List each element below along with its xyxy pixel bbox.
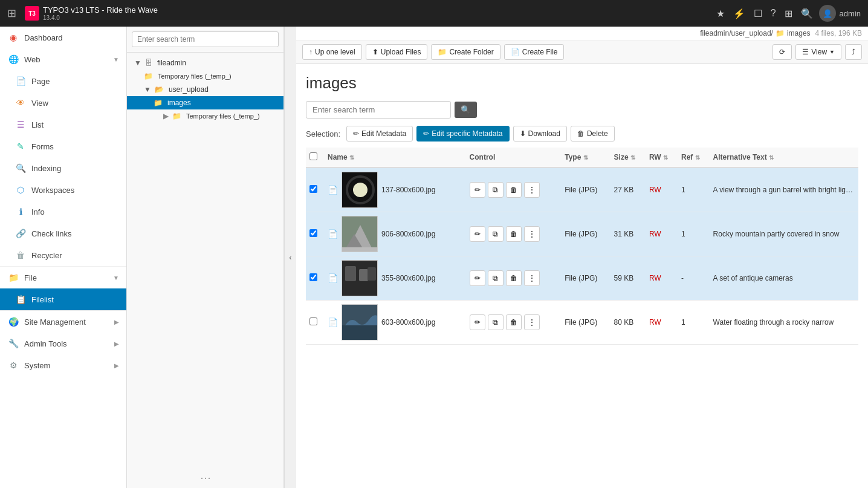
edit-button[interactable]: ✏: [470, 226, 485, 242]
sidebar-item-page[interactable]: 📄 Page: [0, 70, 126, 92]
edit-button[interactable]: ✏: [470, 270, 485, 286]
folder-icon-temp2: 📁: [172, 112, 181, 120]
row-size-cell: 59 KB: [611, 256, 646, 301]
col-alt[interactable]: Alternative Text ⇅: [710, 148, 858, 168]
copy-button[interactable]: ⧉: [488, 270, 504, 286]
grid-icon[interactable]: ⊞: [7, 7, 16, 20]
row-control-cell: ✏ ⧉ 🗑 ⋮: [466, 301, 562, 345]
refresh-button[interactable]: ⟳: [772, 44, 792, 60]
tree-item-temp[interactable]: 📁 Temporary files (_temp_): [127, 70, 283, 83]
sidebar-item-info[interactable]: ℹ Info: [0, 201, 126, 223]
folder-icon-upload: 📂: [155, 85, 164, 94]
upload-icon: ⬆: [372, 48, 378, 56]
view-button[interactable]: ☰ View ▼: [795, 44, 841, 60]
tree-item-user-upload[interactable]: ▼ 📂 user_upload: [127, 83, 283, 96]
delete-row-button[interactable]: 🗑: [506, 182, 522, 198]
col-ref[interactable]: Ref ⇅: [678, 148, 710, 168]
file-table: Name ⇅ Control Type ⇅ Size ⇅: [306, 148, 858, 345]
file-type-icon: 📄: [328, 273, 338, 283]
file-name: 355-800x600.jpg: [381, 274, 435, 282]
main-layout: ◉ Dashboard 🌐 Web ▼ 📄 Page 👁 View ☰ List…: [0, 27, 868, 488]
edit-specific-metadata-button[interactable]: ✏ Edit specific Metadata: [416, 126, 509, 142]
download-button[interactable]: ⬇ Download: [513, 126, 567, 142]
delete-icon: 🗑: [577, 129, 585, 138]
sidebar-item-dashboard[interactable]: ◉ Dashboard: [0, 27, 126, 48]
row-ref-cell: 1: [678, 168, 710, 212]
col-rw[interactable]: RW ⇅: [646, 148, 678, 168]
create-file-button[interactable]: 📄 Create File: [504, 44, 565, 60]
sidebar-item-view[interactable]: 👁 View: [0, 92, 126, 114]
more-button[interactable]: ⋮: [524, 226, 540, 242]
edit-button[interactable]: ✏: [470, 182, 485, 198]
sidebar-item-file[interactable]: 📁 File ▼: [0, 267, 126, 288]
row-file-cell: 📄 137-800x600.jpg: [324, 168, 466, 212]
tree-item-images[interactable]: 📁 images: [127, 96, 283, 109]
sidebar-item-recycler[interactable]: 🗑 Recycler: [0, 244, 126, 266]
inbox-icon[interactable]: ☐: [754, 8, 762, 19]
info-icon: ℹ: [15, 206, 27, 218]
row-size-cell: 80 KB: [611, 301, 646, 345]
row-checkbox[interactable]: [309, 273, 317, 281]
delete-row-button[interactable]: 🗑: [506, 314, 522, 330]
web-expand-icon: ▼: [113, 56, 119, 63]
dashboard-icon: ◉: [7, 31, 19, 44]
row-checkbox[interactable]: [309, 229, 317, 237]
more-button[interactable]: ⋮: [524, 182, 540, 198]
file-type-icon: 📄: [328, 185, 338, 195]
sidebar-item-forms[interactable]: ✎ Forms: [0, 135, 126, 157]
delete-row-button[interactable]: 🗑: [506, 226, 522, 242]
search-input[interactable]: [306, 101, 451, 119]
row-checkbox[interactable]: [309, 317, 317, 325]
expand-icon-temp2: ▶: [163, 112, 169, 120]
copy-button[interactable]: ⧉: [488, 314, 504, 330]
sitemanagement-icon: 🌍: [7, 316, 19, 328]
sidebar-item-checklinks[interactable]: 🔗 Check links: [0, 223, 126, 244]
help-icon[interactable]: ?: [771, 8, 776, 19]
sidebar-item-indexing[interactable]: 🔍 Indexing: [0, 157, 126, 179]
sidebar-item-system[interactable]: ⚙ System ▶: [0, 354, 126, 376]
col-type[interactable]: Type ⇅: [561, 148, 610, 168]
row-checkbox[interactable]: [309, 185, 317, 193]
share-button[interactable]: ⤴: [845, 44, 862, 60]
sidebar-item-filelist[interactable]: 📋 Filelist: [0, 288, 126, 310]
create-folder-button[interactable]: 📁 Create Folder: [431, 44, 500, 60]
folder-icon: 🗄: [145, 59, 152, 67]
table-row: 📄 906-800x600.jpg ✏ ⧉ 🗑 ⋮ File (JPG) 31 …: [306, 212, 858, 256]
tree-more-options[interactable]: ⋯: [127, 467, 283, 488]
row-alt-cell: A view through a gun barrel with bright …: [710, 168, 858, 212]
file-tree-collapse-btn[interactable]: ‹: [284, 27, 296, 488]
more-button[interactable]: ⋮: [524, 270, 540, 286]
col-size[interactable]: Size ⇅: [611, 148, 646, 168]
col-name[interactable]: Name ⇅: [324, 148, 466, 168]
up-one-level-button[interactable]: ↑ Up one level: [302, 44, 362, 60]
delete-row-button[interactable]: 🗑: [506, 270, 522, 286]
alt-sort-icon: ⇅: [769, 154, 774, 161]
sidebar-item-workspaces[interactable]: ⬡ Workspaces: [0, 179, 126, 201]
file-tree: ▼ 🗄 fileadmin 📁 Temporary files (_temp_)…: [127, 27, 284, 488]
page-icon: 📄: [15, 75, 27, 87]
edit-button[interactable]: ✏: [470, 314, 485, 330]
sidebar-item-sitemanagement[interactable]: 🌍 Site Management ▶: [0, 311, 126, 333]
sidebar-item-list[interactable]: ☰ List: [0, 114, 126, 135]
search-button[interactable]: 🔍: [455, 102, 477, 118]
bookmark-icon[interactable]: ★: [716, 8, 725, 19]
file-tree-search-input[interactable]: [132, 31, 279, 47]
sidebar-item-web[interactable]: 🌐 Web ▼: [0, 48, 126, 70]
user-menu[interactable]: 👤 admin: [819, 5, 861, 22]
copy-button[interactable]: ⧉: [488, 182, 504, 198]
forms-icon: ✎: [15, 140, 27, 152]
sidebar-item-admintools[interactable]: 🔧 Admin Tools ▶: [0, 333, 126, 354]
file-thumbnail: [342, 172, 378, 208]
edit-metadata-button[interactable]: ✏ Edit Metadata: [346, 126, 413, 142]
more-button[interactable]: ⋮: [524, 314, 540, 330]
delete-button[interactable]: 🗑 Delete: [571, 126, 615, 142]
grid-view-icon[interactable]: ⊞: [785, 8, 792, 19]
flash-icon[interactable]: ⚡: [733, 8, 745, 19]
tree-item-fileadmin[interactable]: ▼ 🗄 fileadmin: [127, 56, 283, 70]
upload-files-button[interactable]: ⬆ Upload Files: [366, 44, 428, 60]
copy-button[interactable]: ⧉: [488, 226, 504, 242]
tree-item-temp2[interactable]: ▶ 📁 Temporary files (_temp_): [127, 109, 283, 123]
create-folder-icon: 📁: [438, 48, 447, 56]
select-all-checkbox[interactable]: [309, 152, 317, 160]
search-topbar-icon[interactable]: 🔍: [801, 8, 813, 19]
